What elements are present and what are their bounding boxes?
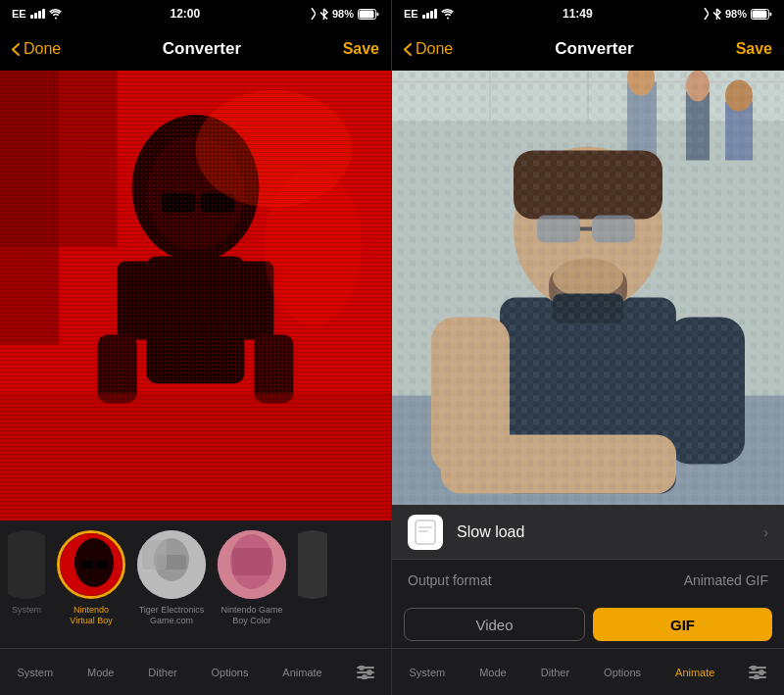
svg-rect-68 bbox=[392, 71, 784, 505]
filter-gbc-thumb bbox=[218, 530, 286, 599]
left-bt-icon bbox=[319, 8, 328, 21]
left-tab-options[interactable]: Options bbox=[212, 667, 249, 678]
rbar1 bbox=[422, 15, 425, 19]
svg-rect-70 bbox=[418, 526, 432, 528]
left-tab-mode[interactable]: Mode bbox=[87, 667, 115, 678]
format-buttons-row: Video GIF bbox=[392, 601, 784, 648]
left-nav-bar: Done Converter Save bbox=[0, 27, 391, 71]
right-tab-options[interactable]: Options bbox=[604, 667, 641, 678]
slow-load-row[interactable]: Slow load › bbox=[392, 505, 784, 560]
right-status-right: 98% bbox=[701, 8, 772, 21]
svg-point-73 bbox=[751, 666, 757, 670]
output-format-row: Output format Animated GIF bbox=[392, 560, 784, 601]
left-image bbox=[0, 71, 391, 521]
right-nav-icon bbox=[701, 8, 709, 20]
filter-virtual-boy[interactable]: NintendoVirtual Boy bbox=[57, 530, 125, 626]
svg-point-37 bbox=[362, 674, 368, 679]
filter-tiger-svg bbox=[137, 530, 206, 599]
left-save-button[interactable]: Save bbox=[343, 40, 379, 58]
left-carrier: EE bbox=[12, 8, 26, 20]
right-image bbox=[392, 71, 784, 505]
right-tab-mode[interactable]: Mode bbox=[479, 667, 507, 678]
right-carrier: EE bbox=[404, 8, 418, 20]
left-tab-bar: System Mode Dither Options Animate bbox=[0, 648, 391, 695]
left-panel: EE 12:00 98% bbox=[0, 0, 392, 695]
filter-system-partial[interactable]: System bbox=[8, 530, 45, 615]
left-dither-overlay bbox=[0, 71, 391, 521]
left-image-area bbox=[0, 71, 391, 521]
format-video-button[interactable]: Video bbox=[404, 608, 585, 641]
svg-rect-39 bbox=[752, 10, 766, 18]
svg-rect-31 bbox=[232, 548, 271, 575]
bar2 bbox=[34, 13, 37, 19]
left-time: 12:00 bbox=[170, 7, 200, 21]
left-battery-icon bbox=[358, 9, 379, 20]
filter-tiger[interactable]: Tiger ElectronicsGame.com bbox=[137, 530, 206, 626]
bar1 bbox=[30, 15, 33, 19]
svg-point-33 bbox=[359, 666, 365, 670]
right-bt-icon bbox=[712, 8, 721, 21]
left-title: Converter bbox=[163, 39, 241, 59]
left-nav-icon bbox=[308, 8, 316, 20]
left-tab-system[interactable]: System bbox=[17, 667, 53, 678]
filter-tiger-thumb bbox=[137, 530, 206, 599]
right-nav-bar: Done Converter Save bbox=[392, 27, 784, 71]
bar3 bbox=[38, 11, 41, 19]
right-tab-animate[interactable]: Animate bbox=[675, 667, 714, 678]
right-image-svg bbox=[392, 71, 784, 505]
filter-next-partial[interactable] bbox=[298, 530, 327, 599]
svg-point-35 bbox=[367, 670, 372, 675]
left-back-chevron-icon bbox=[12, 43, 20, 56]
filter-vb-svg bbox=[60, 533, 125, 599]
filter-gbc[interactable]: Nintendo GameBoy Color bbox=[218, 530, 286, 626]
svg-rect-24 bbox=[95, 561, 107, 569]
left-tab-animate[interactable]: Animate bbox=[282, 667, 321, 678]
filter-next-thumb bbox=[298, 530, 327, 599]
output-format-label: Output format bbox=[408, 572, 492, 588]
svg-rect-1 bbox=[359, 10, 373, 18]
slow-load-doc-icon bbox=[415, 520, 436, 545]
left-status-right: 98% bbox=[308, 8, 379, 21]
filter-system-thumb bbox=[8, 530, 45, 599]
filter-system-label: System bbox=[12, 605, 41, 615]
left-battery-pct: 98% bbox=[332, 8, 354, 20]
svg-point-75 bbox=[759, 670, 764, 675]
right-save-button[interactable]: Save bbox=[736, 40, 772, 58]
filter-virtual-boy-thumb bbox=[57, 530, 125, 599]
left-done-button[interactable]: Done bbox=[12, 40, 61, 58]
format-gif-button[interactable]: GIF bbox=[593, 608, 772, 641]
right-wifi-icon bbox=[441, 9, 455, 20]
rbar2 bbox=[426, 13, 429, 19]
right-sliders-icon bbox=[749, 666, 766, 679]
right-tab-sliders[interactable] bbox=[749, 666, 766, 679]
right-title: Converter bbox=[555, 39, 633, 59]
slow-load-icon bbox=[408, 515, 443, 550]
left-tab-sliders[interactable] bbox=[357, 666, 374, 679]
right-tab-system[interactable]: System bbox=[410, 667, 446, 678]
left-status-left: EE bbox=[12, 8, 63, 20]
left-signal-bars bbox=[30, 9, 45, 19]
svg-rect-71 bbox=[418, 530, 428, 532]
svg-point-77 bbox=[754, 674, 760, 679]
left-filter-strip[interactable]: System NintendoVirtual Boy bbox=[0, 521, 391, 648]
right-status-left: EE bbox=[404, 8, 455, 20]
right-battery-icon bbox=[751, 9, 772, 20]
right-time: 11:49 bbox=[563, 7, 593, 21]
right-battery-pct: 98% bbox=[725, 8, 747, 20]
right-tab-dither[interactable]: Dither bbox=[541, 667, 569, 678]
slow-load-chevron: › bbox=[763, 524, 768, 540]
left-status-bar: EE 12:00 98% bbox=[0, 0, 391, 27]
right-signal-bars bbox=[422, 9, 437, 19]
left-wifi-icon bbox=[49, 9, 63, 20]
right-back-chevron-icon bbox=[404, 43, 412, 56]
filter-gbc-label: Nintendo GameBoy Color bbox=[220, 605, 282, 626]
right-done-button[interactable]: Done bbox=[404, 40, 453, 58]
left-sliders-icon bbox=[357, 666, 374, 679]
svg-point-22 bbox=[74, 538, 114, 587]
slow-load-label: Slow load bbox=[457, 523, 750, 541]
right-image-area bbox=[392, 71, 784, 505]
rbar4 bbox=[434, 9, 437, 19]
left-tab-dither[interactable]: Dither bbox=[148, 667, 176, 678]
output-format-value: Animated GIF bbox=[684, 572, 768, 588]
svg-rect-23 bbox=[81, 561, 93, 569]
